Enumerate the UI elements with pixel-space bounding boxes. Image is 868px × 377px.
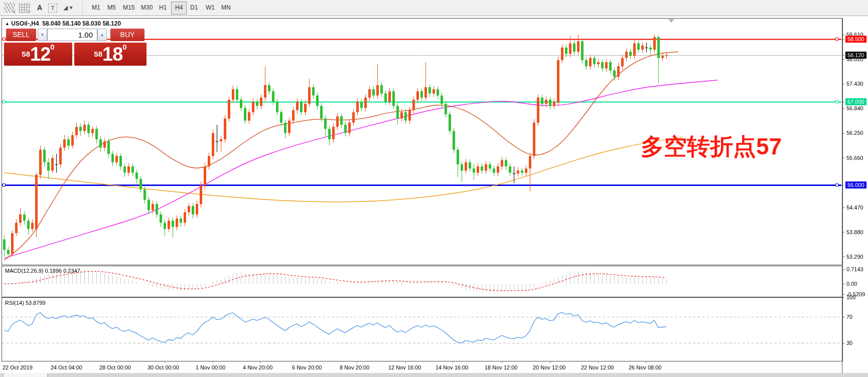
volume-input[interactable]: 1.00 (47, 29, 97, 41)
price-axis-label: 56.840 (846, 105, 863, 111)
price-badge-58.500: 58.500 (845, 36, 866, 43)
rsi-axis-label: 30 (846, 340, 852, 346)
price-axis-label: 55.660 (846, 155, 863, 161)
date-axis-label[interactable]: 6 Nov 20:00 (292, 364, 322, 370)
one-click-trade-widget: SELL ▾ 1.00 ▴ BUY 58120 58180 (4, 29, 147, 66)
price-badge-55.000: 55.000 (845, 181, 866, 188)
ask-price-button[interactable]: 58180 (74, 43, 147, 66)
macd-values: 0.1896 0.2347 (45, 268, 80, 274)
date-axis-label[interactable]: 20 Nov 12:00 (533, 364, 565, 370)
price-badge-58.120: 58.120 (845, 52, 866, 59)
macd-label: MACD(12,26,9) 0.1896 0.2347 (5, 268, 80, 274)
macd-axis-label: 0.00 (846, 281, 857, 287)
bid-price-button[interactable]: 58120 (4, 43, 72, 66)
rsi-axis-label: 100 (846, 294, 855, 300)
bid-price-major: 58 (22, 50, 30, 58)
bid-price-pips: 12 (30, 44, 50, 65)
horizontal-scrollbar[interactable] (0, 373, 868, 377)
buy-button[interactable]: BUY (110, 29, 144, 41)
rsi-label: RSI(14) 53.8799 (5, 300, 46, 306)
date-axis-label[interactable]: 12 Nov 16:00 (388, 364, 421, 370)
scrollbar-thumb[interactable] (4, 373, 48, 377)
chart-shift-marker-icon[interactable] (668, 19, 674, 23)
volume-decrease-button[interactable]: ▾ (38, 29, 47, 41)
ask-price-major: 58 (94, 50, 102, 58)
price-badge-57.000: 57.000 (845, 98, 866, 105)
ohlc-values: 58.040 58.140 58.030 58.120 (42, 20, 121, 27)
date-axis-label[interactable]: 18 Nov 12:00 (485, 364, 517, 370)
symbol-title: USOil-,H4 (11, 20, 39, 27)
rsi-value: 53.8799 (26, 300, 46, 306)
price-axis-label: 53.290 (846, 254, 863, 260)
date-axis-label[interactable]: 28 Oct 00:00 (99, 364, 131, 370)
chart-title: ▲ USOil-,H4 58.040 58.140 58.030 58.120 (5, 20, 121, 27)
date-axis-label[interactable]: 30 Oct 00:00 (148, 364, 179, 370)
rsi-axis-label: 70 (846, 314, 852, 320)
sell-button[interactable]: SELL (6, 29, 36, 41)
date-axis-label[interactable]: 26 Nov 08:00 (629, 364, 661, 370)
date-axis-label[interactable]: 14 Nov 16:00 (436, 364, 468, 370)
date-axis-label[interactable]: 22 Oct 2019 (3, 364, 33, 370)
ask-price-pips: 18 (102, 44, 122, 65)
date-axis-label[interactable]: 24 Oct 04:00 (51, 364, 82, 370)
date-axis-label[interactable]: 4 Nov 20:00 (243, 364, 272, 370)
price-axis-label: 57.430 (846, 81, 863, 87)
chart-annotation-text[interactable]: 多空转折点57 (641, 131, 782, 162)
macd-axis-label: 0.7143 (846, 266, 863, 272)
volume-increase-button[interactable]: ▴ (97, 29, 107, 41)
bid-price-pipette: 0 (50, 43, 54, 51)
collapse-triangle-icon[interactable]: ▲ (5, 21, 10, 26)
price-axis-label: 54.470 (846, 205, 863, 211)
ask-price-pipette: 0 (122, 43, 126, 51)
date-axis-label[interactable]: 8 Nov 20:00 (340, 364, 369, 370)
date-axis-label[interactable]: 22 Nov 12:00 (581, 364, 614, 370)
price-axis-label: 53.880 (846, 229, 863, 235)
date-axis-label[interactable]: 1 Nov 00:00 (196, 364, 225, 370)
price-axis-label: 56.250 (846, 130, 863, 136)
